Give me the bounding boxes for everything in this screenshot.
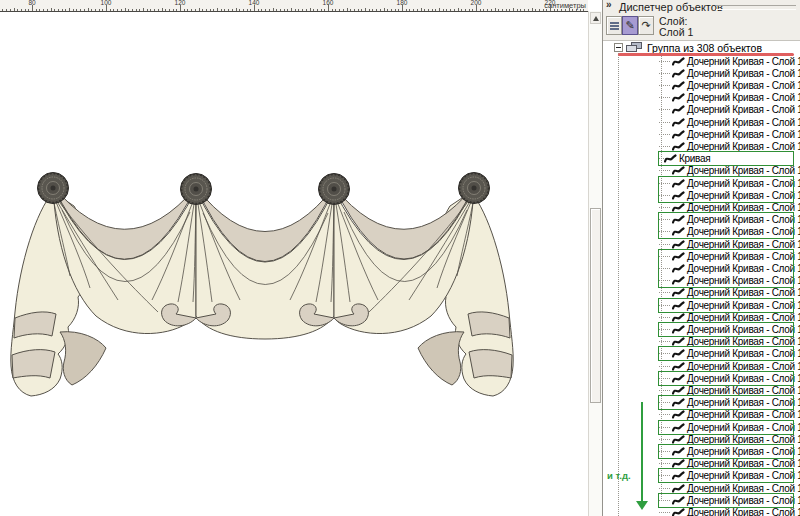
ruler-tick bbox=[509, 9, 510, 11]
arrow-up-icon bbox=[593, 16, 599, 21]
tree-branch bbox=[659, 390, 670, 391]
curve-icon bbox=[672, 69, 685, 78]
ruler-tick bbox=[169, 9, 170, 11]
ruler-tick bbox=[284, 9, 285, 11]
ruler-tick bbox=[295, 9, 296, 11]
annotation-green-box bbox=[658, 468, 794, 483]
ruler-tick bbox=[276, 9, 277, 11]
object-label: Дочерний Кривая - Слой 1 bbox=[687, 104, 800, 115]
tree-branch bbox=[659, 341, 670, 342]
ruler-tick bbox=[228, 9, 229, 11]
rosettes bbox=[38, 173, 490, 205]
ruler-tick bbox=[350, 9, 351, 11]
annotation-green-box bbox=[658, 322, 794, 337]
layer-manager-view-button[interactable]: ↷ bbox=[638, 16, 654, 35]
tree-branch bbox=[659, 439, 670, 440]
ruler-tick bbox=[565, 9, 566, 11]
ruler-tick bbox=[432, 9, 433, 11]
tree-row-child[interactable]: Дочерний Кривая - Слой 1 bbox=[603, 128, 799, 140]
docker-title-separator bbox=[716, 5, 796, 10]
ruler-tick bbox=[365, 8, 366, 12]
ruler-tick bbox=[546, 9, 547, 11]
scrollbar-up-button[interactable] bbox=[590, 12, 601, 24]
scrollbar-thumb[interactable] bbox=[590, 208, 601, 403]
curve-icon bbox=[672, 105, 685, 114]
canvas-vertical-scrollbar[interactable] bbox=[588, 11, 602, 516]
layer-arrow-icon: ↷ bbox=[641, 20, 650, 31]
ruler-tick bbox=[443, 9, 444, 11]
ruler-tick bbox=[572, 9, 573, 11]
ruler-tick bbox=[358, 9, 359, 11]
pencil-check-icon: ✎ bbox=[625, 20, 634, 31]
tree-row-child[interactable]: Дочерний Кривая - Слой 1 bbox=[603, 116, 799, 128]
ruler-tick bbox=[495, 8, 496, 12]
ruler-tick bbox=[47, 9, 48, 11]
object-manager-docker: » Диспетчер объектов ✎ ↷ Слой: Слой 1 Гр… bbox=[602, 0, 800, 516]
ruler-tick bbox=[384, 8, 385, 12]
ruler-tick bbox=[202, 9, 203, 11]
active-layer-name[interactable]: Слой 1 bbox=[659, 26, 693, 38]
ruler-tick-label: 220 bbox=[545, 0, 556, 6]
drawing-canvas[interactable] bbox=[0, 12, 588, 516]
ruler-tick bbox=[291, 8, 292, 12]
tree-row-child[interactable]: Дочерний Кривая - Слой 1 bbox=[603, 79, 799, 91]
tree-row-child[interactable]: Дочерний Кривая - Слой 1 bbox=[603, 104, 799, 116]
ruler-tick bbox=[95, 9, 96, 11]
ruler-tick bbox=[69, 8, 70, 12]
collapse-minus-icon[interactable] bbox=[614, 43, 623, 52]
ruler-tick bbox=[58, 9, 59, 11]
tree-branch bbox=[659, 244, 670, 245]
layer-properties-button[interactable] bbox=[606, 16, 622, 35]
edit-across-layers-button[interactable]: ✎ bbox=[622, 16, 638, 35]
ruler-tick bbox=[561, 9, 562, 11]
ruler-tick bbox=[398, 9, 399, 11]
ruler-tick bbox=[498, 9, 499, 11]
ruler-tick bbox=[43, 9, 44, 11]
rosette-4 bbox=[459, 173, 490, 204]
ruler-tick bbox=[195, 9, 196, 11]
ruler-tick bbox=[298, 9, 299, 11]
ruler-tick bbox=[421, 8, 422, 12]
object-label: Дочерний Кривая - Слой 1 bbox=[687, 80, 800, 91]
ruler-tick bbox=[54, 9, 55, 11]
docker-collapse-icon[interactable]: » bbox=[606, 0, 612, 10]
ruler-tick bbox=[128, 9, 129, 11]
curve-icon bbox=[672, 410, 685, 419]
horizontal-ruler: сантиметры 80100120140160180200220 bbox=[0, 0, 588, 12]
ruler-tick bbox=[199, 8, 200, 12]
tree-row-child[interactable]: Дочерний Кривая - Слой 1 bbox=[603, 67, 799, 79]
ruler-tick bbox=[80, 9, 81, 11]
ruler-tick bbox=[132, 9, 133, 11]
ruler-tick bbox=[51, 8, 52, 12]
ruler-tick bbox=[2, 9, 3, 11]
ruler-tick bbox=[25, 9, 26, 11]
ruler-tick-label: 100 bbox=[101, 0, 112, 6]
tree-branch bbox=[659, 73, 670, 74]
curve-icon bbox=[672, 130, 685, 139]
ruler-tick bbox=[480, 9, 481, 11]
ruler-tick bbox=[539, 9, 540, 11]
ruler-tick bbox=[239, 9, 240, 11]
curve-icon bbox=[672, 166, 685, 175]
curve-icon bbox=[672, 337, 685, 346]
ruler-tick bbox=[483, 9, 484, 11]
curve-icon bbox=[672, 435, 685, 444]
ruler-tick bbox=[65, 9, 66, 11]
curtain-drawing[interactable] bbox=[0, 12, 588, 516]
ruler-tick bbox=[506, 9, 507, 11]
ruler-tick bbox=[221, 9, 222, 11]
ruler-tick bbox=[576, 9, 577, 11]
tree-row-child[interactable]: Дочерний Кривая - Слой 1 bbox=[603, 55, 799, 67]
ruler-tick bbox=[243, 9, 244, 11]
annotation-green-box bbox=[658, 249, 794, 289]
ruler-tick bbox=[302, 9, 303, 11]
object-label: Дочерний Кривая - Слой 1 bbox=[687, 68, 800, 79]
tree-row-child[interactable]: Дочерний Кривая - Слой 1 bbox=[603, 92, 799, 104]
ruler-tick bbox=[39, 9, 40, 11]
curve-icon bbox=[672, 508, 685, 516]
ruler-tick bbox=[154, 9, 155, 11]
object-label: Дочерний Кривая - Слой 1 bbox=[687, 507, 800, 516]
ruler-tick bbox=[513, 8, 514, 12]
ruler-tick bbox=[417, 9, 418, 11]
annotation-green-box bbox=[658, 444, 794, 459]
